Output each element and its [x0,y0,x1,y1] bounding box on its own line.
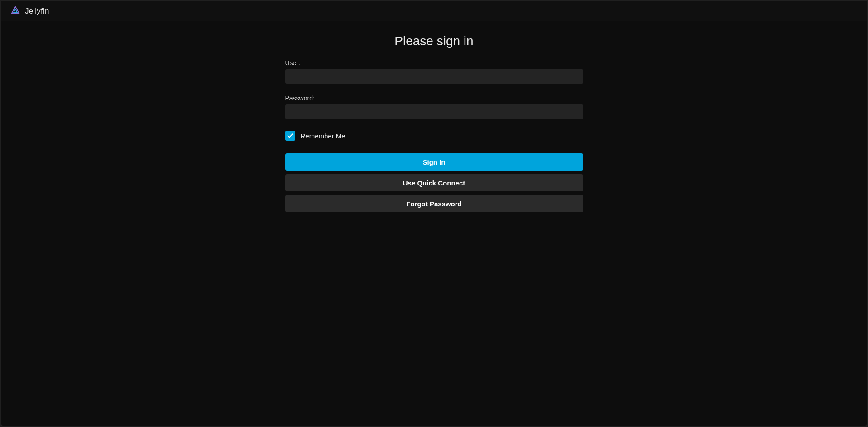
password-label: Password: [285,95,583,102]
user-input[interactable] [285,69,583,84]
remember-me-row[interactable]: Remember Me [285,131,583,141]
header: Jellyfin [1,1,867,21]
user-label: User: [285,59,583,66]
app-frame: Jellyfin Please sign in User: Password: … [1,1,867,426]
remember-me-label[interactable]: Remember Me [301,132,345,140]
forgot-password-button[interactable]: Forgot Password [285,195,583,212]
brand-name: Jellyfin [25,7,49,16]
sign-in-button[interactable]: Sign In [285,153,583,171]
remember-me-checkbox[interactable] [285,131,295,141]
login-form: User: Password: Remember Me Sign In Use … [285,59,583,216]
check-icon [287,132,294,139]
jellyfin-logo-icon [10,5,20,17]
quick-connect-button[interactable]: Use Quick Connect [285,174,583,191]
login-content: Please sign in User: Password: Remember … [1,21,867,426]
password-input[interactable] [285,104,583,119]
page-title: Please sign in [394,34,473,48]
spacer [285,84,583,95]
